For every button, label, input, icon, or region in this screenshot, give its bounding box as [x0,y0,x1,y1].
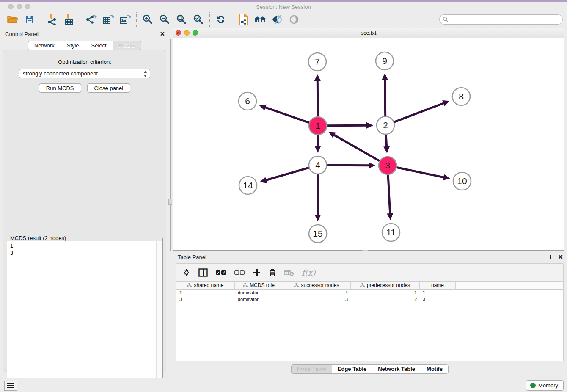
zoom-fit-icon[interactable] [173,12,190,27]
home-layout-icon[interactable] [252,12,269,27]
select-all-checkboxes-icon[interactable] [215,270,226,276]
network-window-titlebar[interactable]: ✕ − + scc.txt [173,28,564,38]
show-style-icon[interactable] [269,12,286,27]
edge-1-7[interactable] [317,80,318,117]
network-canvas[interactable]: 7968124314101511 [173,38,564,250]
close-panel-button[interactable]: Close panel [87,83,131,93]
run-mcds-button[interactable]: Run MCDS [39,83,81,93]
optimization-criterion-label: Optimization criterion: [3,59,166,65]
cell-shared-name[interactable]: 1 [176,290,235,296]
search-input[interactable] [439,14,563,25]
column-layout-icon[interactable] [198,268,208,277]
zoom-out-icon[interactable] [156,12,173,27]
node-table[interactable]: shared nameMCDS rolesuccessor nodesprede… [176,281,564,361]
table-panel-title: Table Panel [178,254,206,260]
cell-successor-nodes[interactable]: 4 [283,290,351,296]
main-toolbar [0,11,567,28]
toolbar-separator [41,12,41,27]
column-header-name[interactable]: name [420,282,456,289]
node-label-2: 2 [383,120,388,130]
edge-2-9[interactable] [385,79,385,116]
column-header-MCDS-role[interactable]: MCDS role [235,282,283,289]
zoom-in-icon[interactable] [139,12,156,27]
cell-MCDS-role[interactable]: dominator [235,290,283,296]
tab-network-table[interactable]: Network Table [372,364,421,374]
export-table-icon[interactable] [100,12,117,27]
result-scrollbar[interactable] [156,241,162,392]
column-header-successor-nodes[interactable]: successor nodes [283,282,351,289]
column-header-shared-name[interactable]: shared name [176,282,235,289]
cell-name[interactable]: 1 [420,290,456,296]
settings-gear-icon[interactable] [182,268,191,277]
zoom-selected-icon[interactable] [190,12,207,27]
cell-predecessor-nodes[interactable]: 1 [351,290,420,296]
table-panel: Table Panel ✕ f(x) shared nameMCDS roles… [173,252,567,375]
column-header-predecessor-nodes[interactable]: predecessor nodes [351,282,420,289]
column-hierarchy-icon [294,283,299,288]
tab-select[interactable]: Select [85,41,113,50]
vertical-splitter[interactable] [170,39,171,251]
edge-3-11[interactable] [388,174,390,214]
cell-successor-nodes[interactable]: 3 [283,296,351,303]
edge-3-1[interactable] [333,135,380,161]
export-network-icon[interactable] [83,12,100,27]
close-panel-icon[interactable]: ✕ [160,30,165,37]
edge-1-2[interactable] [327,125,367,126]
open-folder-icon[interactable] [4,12,21,27]
cell-MCDS-role[interactable]: dominator [235,296,283,303]
network-from-selection-icon[interactable] [235,12,252,27]
import-network-icon[interactable] [44,12,61,27]
memory-button[interactable]: Memory [526,380,564,391]
mcds-result-area[interactable]: 1 3 [7,241,162,392]
toolbar-separator [136,12,137,27]
delete-column-icon[interactable] [269,268,276,277]
tab-node-table[interactable]: Node Table [291,364,332,374]
control-panel-title: Control Panel [5,31,39,37]
edge-arrowhead-4-15 [315,215,321,221]
cell-shared-name[interactable]: 3 [176,296,235,303]
table-close-icon[interactable]: ✕ [558,254,563,260]
import-table-icon[interactable] [61,12,77,27]
column-label: successor nodes [301,282,339,288]
horizontal-splitter-grip[interactable] [362,250,368,251]
task-history-button[interactable] [4,381,17,391]
table-row-1[interactable]: 1dominator411 [176,290,563,296]
toolbar-separator [80,12,80,27]
control-panel: Control Panel ✕ Network Style Select MCD… [0,28,169,375]
refresh-layout-icon[interactable] [212,12,229,27]
export-image-icon[interactable] [117,12,134,27]
tab-edge-table[interactable]: Edge Table [332,364,372,374]
table-float-icon[interactable] [550,255,555,259]
edge-2-8[interactable] [394,103,444,122]
network-graph: 7968124314101511 [173,38,564,250]
edge-4-14[interactable] [265,168,309,180]
deselect-all-checkboxes-icon[interactable] [234,270,245,276]
criterion-select[interactable]: strongly connected component [19,69,150,78]
node-label-6: 6 [245,96,250,106]
edge-1-6[interactable] [265,107,310,123]
tab-mcds[interactable]: MCDS [113,41,141,50]
control-panel-tabs: Network Style Select MCDS [0,41,169,50]
edge-4-3[interactable] [327,165,369,166]
float-panel-icon[interactable] [153,32,157,36]
edge-arrowhead-1-2 [366,122,373,129]
edge-2-3[interactable] [386,134,387,147]
cell-name[interactable]: 3 [420,296,456,303]
add-column-icon[interactable] [253,268,261,277]
save-session-icon[interactable] [21,12,38,27]
tab-network[interactable]: Network [28,41,61,50]
table-tabs: Node Table Edge Table Network Table Moti… [173,364,567,374]
edge-3-10[interactable] [396,167,444,177]
tab-style[interactable]: Style [61,41,85,50]
edge-arrowhead-2-9 [382,73,388,80]
splitter-grip[interactable] [168,199,172,205]
table-row-3[interactable]: 3dominator323 [176,296,563,303]
cell-predecessor-nodes[interactable]: 2 [351,296,420,303]
table-toolbar: f(x) [176,263,564,281]
app-titlebar: Session: New Session [0,2,567,11]
node-label-15: 15 [313,229,322,238]
tab-motifs[interactable]: Motifs [421,364,449,374]
show-graphics-disabled-icon[interactable] [286,12,303,27]
toolbar-separator [232,12,232,27]
mcds-result-text: 1 3 [10,242,13,257]
